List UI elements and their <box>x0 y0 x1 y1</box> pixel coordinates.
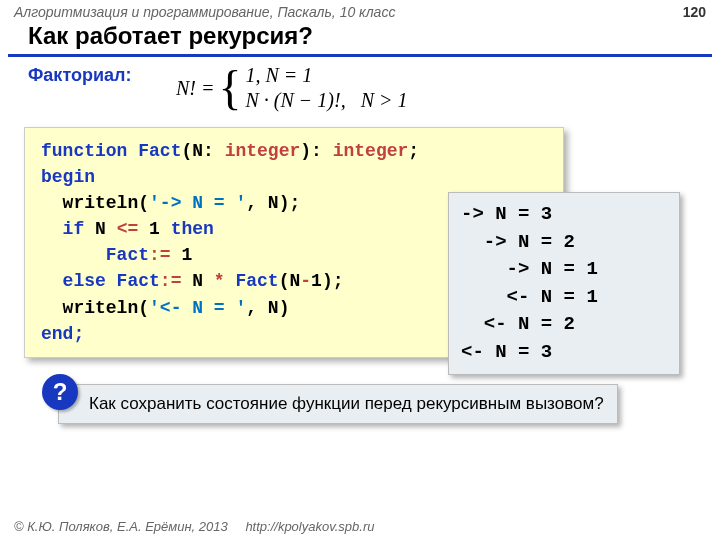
question-icon: ? <box>42 374 78 410</box>
header-bar: Алгоритмизация и программирование, Паска… <box>0 0 720 20</box>
brace-icon: { <box>218 64 241 112</box>
course-label: Алгоритмизация и программирование, Паска… <box>14 4 395 20</box>
formula-case1: 1, N = 1 <box>245 63 407 88</box>
formula-lhs: N! = <box>176 77 215 100</box>
question-text: Как сохранить состояние функции перед ре… <box>58 384 618 424</box>
page-title: Как работает рекурсия? <box>8 20 712 57</box>
formula: N! = { 1, N = 1 N · (N − 1)!, N > 1 <box>176 63 408 113</box>
page-number: 120 <box>683 4 706 20</box>
question-callout: ? Как сохранить состояние функции перед … <box>58 384 618 424</box>
trace-output: -> N = 3 -> N = 2 -> N = 1 <- N = 1 <- N… <box>448 192 680 375</box>
footer-url[interactable]: http://kpolyakov.spb.ru <box>245 519 374 534</box>
footer: © К.Ю. Поляков, Е.А. Ерёмин, 2013 http:/… <box>14 519 374 534</box>
copyright: © К.Ю. Поляков, Е.А. Ерёмин, 2013 <box>14 519 228 534</box>
subtitle: Факториал: <box>0 57 131 86</box>
formula-case2: N · (N − 1)!, N > 1 <box>245 88 407 113</box>
